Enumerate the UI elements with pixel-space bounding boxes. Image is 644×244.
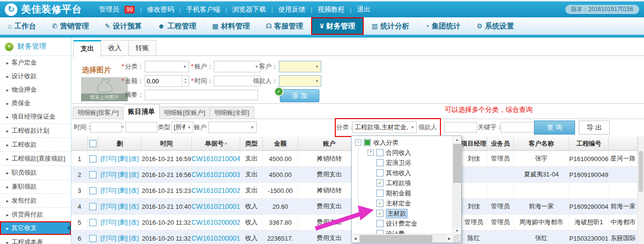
nav-tab-finance[interactable]: ¥财务管理 bbox=[311, 17, 364, 35]
query-button[interactable]: 查 询 bbox=[534, 121, 575, 135]
popup-vertical-scrollbar[interactable]: ▲ ▼ bbox=[452, 136, 461, 234]
print-link[interactable]: [打印] bbox=[100, 218, 116, 227]
checkbox-unchecked[interactable] bbox=[376, 220, 384, 227]
filter-time-from-input[interactable] bbox=[90, 122, 122, 133]
nav-tab-customer-service[interactable]: ☊客服管理 bbox=[258, 17, 311, 35]
tree-node-label[interactable]: 其他收入 bbox=[386, 169, 411, 177]
print-link[interactable]: [打印] bbox=[100, 186, 116, 195]
filter-account-select[interactable]: ▼ bbox=[208, 122, 257, 133]
tree-node-label[interactable]: 收入分类 bbox=[373, 138, 398, 147]
add-button[interactable]: 添 加 bbox=[280, 89, 319, 102]
delete-link[interactable]: [删] bbox=[118, 202, 127, 211]
popup-horizontal-scrollbar[interactable]: ◀ ▶ bbox=[352, 234, 453, 243]
sidebar-item-project-receipt[interactable]: ▸工程收款 bbox=[0, 137, 71, 151]
edit-link[interactable]: [改] bbox=[129, 154, 139, 163]
tree-node[interactable]: 其他收入 bbox=[352, 168, 453, 178]
notification-badge[interactable]: 99 bbox=[124, 6, 135, 14]
nav-tab-settings[interactable]: ⚙系统设置 bbox=[469, 17, 522, 35]
row-checkbox[interactable] bbox=[89, 187, 96, 194]
tree-node[interactable]: ✓ 主材定金 bbox=[352, 198, 453, 208]
tree-node[interactable]: 宏浪卫浴 bbox=[352, 158, 453, 168]
delete-link[interactable]: [删] bbox=[118, 154, 127, 163]
menu-mobile-client[interactable]: 手机客户端 bbox=[186, 5, 220, 14]
delete-link[interactable]: [删] bbox=[118, 218, 127, 227]
scroll-up-icon[interactable]: ▲ bbox=[453, 136, 461, 144]
sidebar-item-subcontract-payment[interactable]: ▸发包付款 bbox=[0, 193, 71, 207]
menu-logout[interactable]: 退出 bbox=[357, 5, 370, 14]
filter-category-select[interactable]: 工程款项,主材定金,▼ bbox=[352, 122, 417, 133]
checkbox-checked[interactable]: ✓ bbox=[376, 200, 384, 207]
tree-node-label[interactable]: 合同收入 bbox=[386, 149, 411, 157]
tab-expense[interactable]: 支出 bbox=[73, 40, 101, 57]
tree-node-label[interactable]: 工程款项 bbox=[386, 179, 411, 188]
row-checkbox[interactable] bbox=[89, 203, 96, 210]
checkbox-unchecked[interactable] bbox=[376, 149, 384, 156]
sidebar-item-other-income-expense[interactable]: ▸其它收支 bbox=[0, 221, 71, 235]
scrollbar-thumb[interactable] bbox=[639, 151, 643, 192]
edit-link[interactable]: [改] bbox=[129, 170, 139, 179]
doc-link[interactable]: CW1610210004 bbox=[192, 155, 240, 163]
doc-link[interactable]: CW1610210002 bbox=[192, 187, 240, 194]
row-checkbox[interactable] bbox=[89, 171, 96, 178]
form-payee-select[interactable]: ▼ bbox=[279, 75, 321, 87]
checkbox-checked[interactable]: ✓ bbox=[376, 210, 384, 217]
scrollbar-thumb[interactable] bbox=[453, 144, 461, 183]
edit-link[interactable]: [改] bbox=[129, 186, 139, 195]
tree-node[interactable]: ✓ 工程款项 bbox=[352, 178, 453, 188]
pick-image-label[interactable]: 选择图片 bbox=[82, 66, 111, 75]
row-checkbox[interactable] bbox=[89, 219, 96, 226]
sidebar-item-supplier-payment[interactable]: ▸供货商付款 bbox=[0, 207, 71, 221]
tab-income[interactable]: 收入 bbox=[101, 40, 129, 56]
doc-link[interactable]: CW1610210001 bbox=[192, 203, 240, 210]
nav-tab-design-budget[interactable]: ✎设计预算 bbox=[97, 17, 150, 35]
filter-time-to-input[interactable] bbox=[125, 122, 157, 133]
checkbox-partial[interactable] bbox=[364, 139, 371, 146]
tab-transfer[interactable]: 转账 bbox=[129, 40, 156, 56]
sidebar-item-customer-deposit[interactable]: ▸客户定金 bbox=[0, 56, 71, 69]
filter-keyword-input[interactable] bbox=[501, 122, 535, 133]
doc-link[interactable]: CW1610200001 bbox=[192, 234, 240, 242]
nav-tab-group-stats[interactable]: ◔集团统计 bbox=[417, 17, 468, 35]
tree-node-label[interactable]: 宏浪卫浴 bbox=[386, 159, 411, 167]
collapse-icon[interactable]: − bbox=[355, 139, 361, 146]
sidebar-item-warranty[interactable]: ▸质保金 bbox=[0, 96, 71, 110]
amount-input[interactable] bbox=[145, 76, 182, 86]
checkbox-checked[interactable]: ✓ bbox=[376, 179, 384, 187]
checkbox-unchecked[interactable] bbox=[376, 159, 384, 166]
tab-account-list[interactable]: 账目清单 bbox=[123, 104, 160, 119]
nav-tab-material[interactable]: ▦材料管理 bbox=[205, 17, 258, 35]
tree-node-label[interactable]: 主材款 bbox=[386, 209, 408, 218]
row-checkbox[interactable] bbox=[89, 235, 96, 242]
nav-tab-statistics[interactable]: ▥统计分析 bbox=[364, 17, 417, 35]
table-scrollbar[interactable] bbox=[638, 136, 644, 244]
export-button[interactable]: 导 出 bbox=[579, 121, 610, 135]
sidebar-item-staff-withdraw[interactable]: ▸职员领款 bbox=[0, 165, 71, 179]
doc-link[interactable]: CW1610210003 bbox=[192, 171, 240, 178]
tree-node-root[interactable]: − 收入分类 bbox=[352, 137, 453, 148]
tab-detail-by-account[interactable]: 明细账[按账户] bbox=[160, 107, 210, 119]
sidebar-item-property-deposit[interactable]: ▸物业押金 bbox=[0, 83, 71, 96]
tab-detail-all[interactable]: 明细账[全部] bbox=[210, 107, 254, 119]
nav-tab-project[interactable]: ☻工程管理 bbox=[150, 17, 205, 35]
edit-link[interactable]: [改] bbox=[129, 218, 139, 227]
sidebar-item-parttime-withdraw[interactable]: ▸兼职领款 bbox=[0, 179, 71, 193]
doc-link[interactable]: CW1610200002 bbox=[192, 218, 240, 226]
sidebar-item-receipt-plan[interactable]: ▸工程收款计划 bbox=[0, 123, 71, 137]
filter-type-select[interactable]: [所有]▼ bbox=[171, 122, 193, 133]
form-customer-select[interactable]: ▼ bbox=[279, 61, 321, 72]
tree-node[interactable]: 设计费定金 bbox=[352, 218, 453, 229]
sidebar-item-project-cost-sheet[interactable]: ▸工程成本表 bbox=[0, 235, 71, 244]
sidebar-item-pm-guarantee[interactable]: ▸项目经理保证金 bbox=[0, 110, 71, 123]
checkbox-unchecked[interactable] bbox=[376, 190, 384, 197]
scroll-left-icon[interactable]: ◀ bbox=[352, 234, 359, 243]
col-doc-no[interactable]: 单据号▾ bbox=[192, 136, 240, 151]
delete-link[interactable]: [删] bbox=[118, 170, 127, 179]
expand-icon[interactable]: + bbox=[368, 149, 374, 156]
delete-link[interactable]: [删] bbox=[118, 186, 127, 195]
tree-node[interactable]: + 合同收入 bbox=[352, 148, 453, 158]
edit-link[interactable]: [改] bbox=[129, 234, 139, 243]
tree-node-label[interactable]: 设计费定金 bbox=[386, 219, 417, 228]
tab-detail-by-customer[interactable]: 明细账[按客户] bbox=[73, 107, 123, 119]
tree-node-selected[interactable]: ✓ 主材款 bbox=[352, 208, 453, 218]
filter-payee-input[interactable] bbox=[444, 122, 477, 133]
